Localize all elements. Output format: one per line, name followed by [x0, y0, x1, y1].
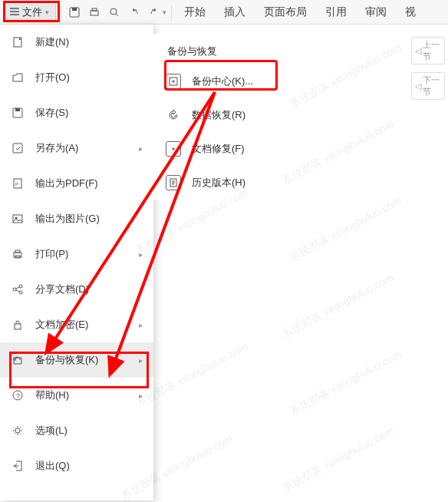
menu-label: 打印(P) [35, 247, 128, 261]
menu-saveas[interactable]: 另存为(A) ▸ [0, 130, 153, 166]
save-icon[interactable] [66, 4, 83, 21]
file-menu-button[interactable]: 文件 ▾ [3, 2, 56, 22]
hamburger-icon [10, 6, 19, 18]
share-icon [11, 282, 25, 296]
file-label: 文件 [22, 5, 42, 19]
repair-icon [166, 141, 181, 157]
svg-text:?: ? [16, 392, 20, 400]
history-icon [166, 175, 181, 190]
exit-icon [11, 459, 25, 473]
submenu-doc-repair[interactable]: 文档修复(F) [153, 132, 307, 166]
prev-icon: ◁ [415, 46, 421, 56]
svg-point-18 [19, 291, 22, 294]
svg-rect-2 [91, 11, 98, 15]
menu-open[interactable]: 打开(O) [0, 60, 153, 95]
file-dropdown-menu: 新建(N) 打开(O) 保存(S) 另存为(A) ▸ P 输出为PDF(F) 输… [0, 25, 153, 500]
backup-icon [11, 353, 25, 367]
menu-options[interactable]: 选项(L) [0, 413, 153, 448]
menu-backup-restore[interactable]: 备份与恢复(K) ▸ [0, 342, 153, 378]
submenu-data-recover[interactable]: 数据恢复(R) [153, 98, 307, 132]
save-icon [11, 106, 25, 120]
menu-label: 选项(L) [35, 424, 143, 438]
menu-label: 退出(Q) [35, 459, 143, 473]
svg-rect-3 [92, 8, 97, 11]
backup-center-icon [166, 74, 181, 89]
svg-rect-8 [13, 144, 22, 153]
submenu-title: 备份与恢复 [153, 34, 307, 64]
undo-icon[interactable] [126, 4, 143, 21]
folder-open-icon [11, 71, 25, 84]
redo-icon[interactable] [146, 4, 163, 21]
menu-label: 另存为(A) [35, 141, 128, 155]
watermark: 系统部落 xitongbuluo.com [288, 194, 404, 265]
top-toolbar: 文件 ▾ ▾ 开始 插入 页面布局 引用 审阅 视 [0, 0, 448, 25]
print-icon[interactable] [86, 4, 103, 21]
divider [171, 5, 172, 19]
tab-reference[interactable]: 引用 [318, 2, 354, 22]
menu-label: 输出为图片(G) [35, 212, 143, 226]
menu-share[interactable]: 分享文档(D) [0, 272, 153, 307]
image-icon [11, 212, 25, 226]
submenu-label: 备份中心(K)... [192, 74, 253, 88]
menu-save[interactable]: 保存(S) [0, 95, 153, 130]
submenu-backup-center[interactable]: 备份中心(K)... [153, 64, 307, 98]
chevron-right-icon: ▸ [139, 356, 143, 365]
submenu-label: 历史版本(H) [192, 176, 245, 190]
prev-label: 上一节 [423, 39, 441, 62]
svg-point-22 [15, 428, 20, 433]
chevron-right-icon: ▸ [139, 391, 143, 400]
submenu-history[interactable]: 历史版本(H) [153, 166, 307, 200]
menu-encrypt[interactable]: 文档加密(E) ▸ [0, 307, 153, 342]
tab-start[interactable]: 开始 [176, 2, 213, 22]
tab-review[interactable]: 审阅 [357, 2, 394, 22]
menu-label: 备份与恢复(K) [35, 353, 128, 367]
svg-point-16 [13, 288, 16, 291]
divider [61, 5, 61, 19]
saveas-icon [11, 141, 25, 155]
print-icon [11, 247, 25, 261]
menu-print[interactable]: 打印(P) ▸ [0, 236, 153, 272]
svg-text:P: P [15, 182, 18, 187]
svg-rect-7 [15, 108, 20, 111]
menu-label: 新建(N) [35, 35, 143, 49]
chevron-right-icon: ▸ [139, 144, 143, 153]
dropdown-icon[interactable]: ▾ [163, 8, 166, 16]
menu-export-pdf[interactable]: P 输出为PDF(F) [0, 166, 153, 201]
watermark: 系统部落 xitongbuluo.com [280, 424, 396, 495]
submenu-label: 数据恢复(R) [192, 108, 245, 122]
gear-icon [11, 424, 25, 438]
submenu-label: 文档修复(F) [192, 142, 245, 156]
menu-label: 打开(O) [35, 71, 143, 84]
menu-export-image[interactable]: 输出为图片(G) [0, 201, 153, 236]
recover-icon [166, 107, 181, 123]
chevron-right-icon: ▸ [139, 250, 143, 259]
next-icon: ◁ [415, 81, 421, 91]
svg-rect-1 [72, 8, 77, 11]
menu-label: 保存(S) [35, 106, 143, 120]
menu-label: 文档加密(E) [35, 318, 128, 332]
prev-section-button[interactable]: ◁ 上一节 [411, 37, 445, 64]
next-section-button[interactable]: ◁ 下一节 [411, 72, 445, 100]
chevron-right-icon: ▸ [139, 321, 143, 329]
menu-label: 分享文档(D) [35, 282, 143, 296]
watermark: 系统部落 xitongbuluo.com [288, 348, 404, 418]
tab-view[interactable]: 视 [397, 2, 423, 22]
svg-point-4 [110, 8, 117, 15]
menu-help[interactable]: ? 帮助(H) ▸ [0, 378, 153, 413]
menu-exit[interactable]: 退出(Q) [0, 448, 153, 484]
menu-label: 帮助(H) [35, 388, 128, 402]
svg-point-17 [19, 285, 22, 288]
pdf-icon: P [11, 177, 25, 190]
tab-layout[interactable]: 页面布局 [256, 2, 315, 22]
backup-submenu: 备份与恢复 备份中心(K)... 数据恢复(R) 文档修复(F) 历史版本(H) [153, 34, 307, 200]
svg-rect-14 [15, 250, 20, 253]
tab-insert[interactable]: 插入 [216, 2, 253, 22]
right-nav-panel: ◁ 上一节 ◁ 下一节 [411, 37, 445, 100]
next-label: 下一节 [423, 74, 441, 97]
chevron-down-icon: ▾ [45, 8, 49, 16]
menu-label: 输出为PDF(F) [35, 177, 143, 190]
menu-new[interactable]: 新建(N) [0, 25, 153, 60]
lock-icon [11, 318, 25, 332]
svg-rect-19 [15, 324, 21, 329]
preview-icon[interactable] [106, 4, 123, 21]
